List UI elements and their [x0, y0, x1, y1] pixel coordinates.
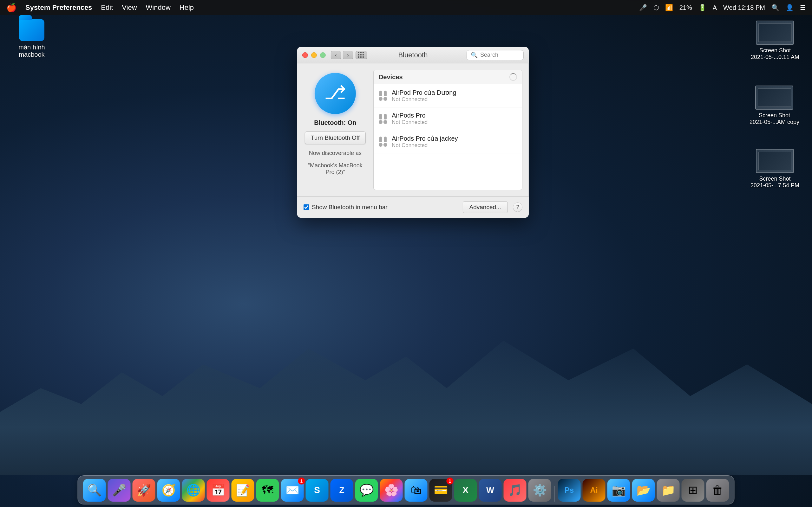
- screenshot-label-2: Screen Shot2021-05-...AM copy: [750, 112, 799, 125]
- dock-item-launchpad[interactable]: 🚀: [133, 479, 155, 502]
- menubar-window[interactable]: Window: [146, 3, 171, 12]
- window-nav: ‹ ›: [331, 51, 353, 59]
- device-info-1: AirPods Pro Not Connected: [392, 112, 517, 125]
- device-item-0[interactable]: AirPod Pro của Dương Not Connected: [374, 84, 522, 107]
- dock-item-image-capture[interactable]: 📷: [607, 479, 630, 502]
- bluetooth-icon: ⎇: [315, 73, 356, 114]
- dock-item-illustrator[interactable]: Ai: [583, 479, 606, 502]
- devices-header: Devices: [374, 70, 522, 84]
- desktop-folder[interactable]: màn hình macbook: [13, 19, 51, 58]
- forward-button[interactable]: ›: [343, 51, 353, 59]
- dock-item-wallet[interactable]: 💳 1: [429, 479, 452, 502]
- menubar-system-prefs[interactable]: System Preferences: [26, 3, 92, 12]
- bluetooth-symbol: ⎇: [324, 83, 346, 102]
- loading-spinner: [509, 73, 517, 81]
- dock-item-music[interactable]: 🎵: [504, 479, 526, 502]
- bluetooth-window: ‹ › Bluetooth 🔍 ⎇: [297, 47, 529, 218]
- window-content: ⎇ Bluetooth: On Turn Bluetooth Off Now d…: [297, 63, 529, 196]
- device-name-1: AirPods Pro: [392, 112, 517, 119]
- show-menu-bar-checkbox[interactable]: [304, 205, 309, 210]
- screenshot-img-1: [756, 20, 794, 45]
- advanced-button[interactable]: Advanced...: [463, 201, 508, 213]
- dock-item-trash[interactable]: 🗑: [706, 479, 729, 502]
- device-name-2: AirPods Pro của jackey: [392, 135, 517, 142]
- menubar-edit[interactable]: Edit: [101, 3, 113, 12]
- device-name-0: AirPod Pro của Dương: [392, 89, 517, 96]
- dock-item-calendar[interactable]: 📅: [207, 479, 230, 502]
- dock: 🔍 🎤 🚀 🧭 🌐 📅 📝 🗺 ✉️ 1 S Z 💬 🌸 🛍 💳 1 X W 🎵…: [78, 475, 734, 504]
- device-info-0: AirPod Pro của Dương Not Connected: [392, 89, 517, 103]
- user-icon[interactable]: 👤: [786, 4, 794, 11]
- minimize-button[interactable]: [311, 52, 317, 58]
- turn-bluetooth-off-button[interactable]: Turn Bluetooth Off: [305, 131, 366, 144]
- airpod-icon-2: [379, 136, 387, 147]
- devices-title: Devices: [379, 73, 403, 81]
- desktop: 🍎 System Preferences Edit View Window He…: [0, 0, 812, 507]
- close-button[interactable]: [302, 52, 308, 58]
- dock-item-zalo[interactable]: Z: [331, 479, 353, 502]
- dock-item-skype[interactable]: S: [306, 479, 328, 502]
- device-status-1: Not Connected: [392, 119, 517, 125]
- dock-item-safari[interactable]: 🧭: [157, 479, 180, 502]
- folder-icon: [19, 19, 44, 41]
- dock-item-chrome[interactable]: 🌐: [182, 479, 205, 502]
- search-icon[interactable]: 🔍: [771, 4, 779, 11]
- apple-menu[interactable]: 🍎: [6, 3, 16, 13]
- menubar-help[interactable]: Help: [180, 3, 194, 12]
- dock-item-messages[interactable]: 💬: [355, 479, 378, 502]
- clock: Wed 12:18 PM: [723, 4, 765, 11]
- ime-icon[interactable]: A: [713, 4, 717, 11]
- device-item-1[interactable]: AirPods Pro Not Connected: [374, 107, 522, 130]
- menubar-right: 🎤 ⬡ 📶 21% 🔋 A Wed 12:18 PM 🔍 👤 ☰: [639, 4, 806, 11]
- window-bottom: Show Bluetooth in menu bar Advanced... ?: [297, 196, 529, 218]
- dock-item-siri[interactable]: 🎤: [108, 479, 131, 502]
- dock-item-photos[interactable]: 🌸: [380, 479, 403, 502]
- dock-item-folder-blue[interactable]: 📂: [632, 479, 655, 502]
- show-menu-bar-label[interactable]: Show Bluetooth in menu bar: [304, 204, 388, 211]
- airpod-icon-1: [379, 114, 387, 124]
- window-search[interactable]: 🔍: [467, 50, 524, 60]
- screenshot-3[interactable]: Screen Shot2021-05-...7.54 PM: [751, 149, 799, 189]
- screenshot-img-3: [756, 149, 794, 173]
- dock-item-notes[interactable]: 📝: [232, 479, 254, 502]
- battery-label: 21%: [679, 4, 692, 11]
- wallet-badge: 1: [447, 477, 454, 485]
- help-button[interactable]: ?: [513, 203, 522, 212]
- window-controls: [302, 52, 326, 58]
- dock-item-finder[interactable]: 🔍: [83, 479, 106, 502]
- dock-item-maps[interactable]: 🗺: [256, 479, 279, 502]
- search-input[interactable]: [480, 52, 519, 58]
- window-title: Bluetooth: [398, 51, 427, 59]
- maximize-button[interactable]: [320, 52, 326, 58]
- screenshot-1[interactable]: Screen Shot2021-05-...0.11 AM: [751, 20, 799, 60]
- menubar-view[interactable]: View: [122, 3, 137, 12]
- folder-label: màn hình macbook: [13, 44, 51, 58]
- screenshot-2[interactable]: Screen Shot2021-05-...AM copy: [750, 86, 799, 125]
- wifi-icon[interactable]: 📶: [665, 4, 673, 11]
- dock-item-folder2[interactable]: 📁: [657, 479, 680, 502]
- dock-item-excel[interactable]: X: [454, 479, 477, 502]
- discoverable-name: “Macbook’s MacBook Pro (2)”: [304, 162, 367, 176]
- battery-icon[interactable]: 🔋: [699, 4, 706, 11]
- dock-item-word[interactable]: W: [479, 479, 502, 502]
- screenshot-label-1: Screen Shot2021-05-...0.11 AM: [751, 47, 799, 60]
- dock-item-grid[interactable]: ⊞: [681, 479, 705, 502]
- grid-dots-icon: [358, 52, 364, 58]
- back-button[interactable]: ‹: [331, 51, 341, 59]
- device-item-2[interactable]: AirPods Pro của jackey Not Connected: [374, 130, 522, 153]
- window-titlebar: ‹ › Bluetooth 🔍: [297, 47, 529, 63]
- siri-icon[interactable]: 🎤: [639, 4, 647, 11]
- control-center-icon[interactable]: ☰: [800, 4, 806, 11]
- dock-item-mail[interactable]: ✉️ 1: [281, 479, 304, 502]
- dock-item-photoshop[interactable]: Ps: [558, 479, 581, 502]
- menubar-left: 🍎 System Preferences Edit View Window He…: [6, 3, 194, 13]
- show-menu-bar-text: Show Bluetooth in menu bar: [312, 204, 388, 211]
- devices-panel: Devices AirPo: [373, 70, 522, 190]
- dock-item-appstore[interactable]: 🛍: [405, 479, 427, 502]
- bluetooth-menu-icon[interactable]: ⬡: [653, 4, 659, 11]
- device-info-2: AirPods Pro của jackey Not Connected: [392, 135, 517, 149]
- dock-item-prefs[interactable]: ⚙️: [528, 479, 551, 502]
- grid-button[interactable]: [356, 51, 367, 59]
- mail-badge: 1: [298, 477, 305, 485]
- device-status-2: Not Connected: [392, 142, 517, 149]
